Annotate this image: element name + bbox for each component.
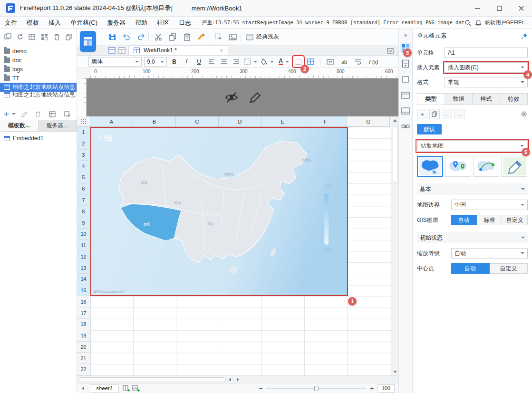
zoom-slider[interactable] (266, 388, 366, 389)
tree-item[interactable]: 地图之北京地铁站点信息 (0, 92, 77, 97)
column-header[interactable]: B (133, 116, 176, 127)
scroll-down-icon[interactable] (391, 368, 399, 375)
new-report-icon[interactable] (108, 47, 116, 54)
floating-element-pane-icon[interactable] (400, 74, 411, 85)
row-header[interactable]: 8 (77, 206, 90, 217)
move-left-icon[interactable]: ← (442, 109, 452, 119)
row-header[interactable]: 14 (77, 274, 90, 285)
horizontal-scrollbar[interactable] (77, 375, 398, 383)
drill-point-map-thumbnail[interactable] (445, 156, 471, 177)
gis-layer-option[interactable]: 自动 (451, 215, 477, 225)
tree-item[interactable]: doc (0, 56, 77, 65)
drill-flow-map-thumbnail[interactable] (473, 156, 499, 177)
save-button[interactable] (106, 31, 118, 43)
maximize-button[interactable] (488, 0, 510, 16)
delete-dataset-icon[interactable] (33, 108, 43, 120)
edit-pencil-icon[interactable] (249, 91, 261, 104)
column-header[interactable]: A (90, 116, 133, 127)
row-header[interactable]: 1 (77, 127, 90, 138)
cell-border-highlight-button[interactable]: 2 (293, 57, 303, 67)
fill-color-button[interactable] (260, 57, 274, 67)
new-template-icon[interactable] (4, 31, 12, 43)
chart-config-tab[interactable]: 特效 (500, 94, 527, 105)
cut-icon[interactable] (153, 31, 164, 43)
menu-item[interactable]: 服务器 (102, 17, 130, 29)
tab-close-icon[interactable]: × (220, 48, 223, 53)
underline-button[interactable]: U (194, 57, 204, 67)
vertical-scrollbar[interactable] (391, 116, 398, 375)
custom-map-thumbnail[interactable] (501, 156, 527, 177)
chart-config-tab[interactable]: 数据 (445, 94, 473, 105)
row-header[interactable]: 16 (77, 296, 90, 307)
menu-item[interactable]: 日志 (174, 17, 196, 29)
copy-chart-icon[interactable] (429, 109, 440, 119)
tree-item[interactable]: demo (0, 47, 77, 56)
condition-list-pane-icon[interactable] (400, 105, 411, 116)
text-control-button[interactable]: ab (339, 57, 350, 67)
dataset-settings-icon[interactable] (62, 108, 73, 120)
workbook-tab[interactable]: WorkBook1 * × (128, 45, 228, 55)
plugin-icon[interactable] (40, 31, 48, 43)
copy-icon[interactable] (167, 31, 178, 43)
dataset-tab[interactable]: 模板数... (0, 120, 39, 131)
default-chart-button[interactable]: 默认 (417, 124, 442, 134)
menu-item[interactable]: 帮助 (130, 17, 152, 29)
column-header[interactable]: E (261, 116, 304, 127)
add-chart-icon[interactable]: + (417, 109, 427, 119)
close-button[interactable] (510, 0, 532, 16)
zoom-in-button[interactable]: + (370, 385, 374, 392)
chart-type-select[interactable]: 钻取地图 5 (417, 140, 528, 152)
formula-button[interactable]: F(x) (366, 57, 381, 67)
image-tool-icon[interactable] (227, 31, 239, 43)
delete-icon[interactable] (53, 31, 61, 43)
menu-item[interactable]: 社区 (152, 17, 174, 29)
dataset-tab[interactable]: 服务器... (39, 120, 77, 131)
font-color-button[interactable]: A (277, 57, 291, 67)
new-form-icon[interactable] (118, 47, 126, 54)
cell-ref-input[interactable]: A1 (445, 48, 528, 58)
undo-button[interactable] (121, 31, 132, 43)
parameter-pane[interactable] (87, 78, 398, 116)
dataset-item[interactable]: Embedded1 (4, 135, 73, 142)
chart-settings-gear-icon[interactable] (520, 110, 528, 118)
prev-sheet-icon[interactable] (79, 384, 87, 392)
merge-cells-button[interactable] (325, 57, 336, 67)
italic-button[interactable]: I (182, 57, 192, 67)
scroll-up-icon[interactable] (391, 116, 399, 124)
logged-in-user[interactable]: 帆软用户GEFfFt… (485, 19, 528, 26)
drill-area-map-thumbnail[interactable] (417, 156, 443, 177)
select-all-corner[interactable] (77, 116, 90, 127)
widget-library-pane-icon[interactable] (400, 90, 411, 100)
zoom-out-button[interactable]: − (259, 385, 263, 392)
row-header[interactable]: 22 (77, 364, 90, 375)
tree-item[interactable]: logs (0, 65, 77, 74)
dataset-preview-icon[interactable] (47, 108, 58, 120)
cell-attribute-pane-icon[interactable] (400, 58, 411, 69)
cell-element-pane-icon[interactable]: 3 (400, 43, 411, 53)
format-select[interactable]: 常规 (445, 77, 528, 87)
add-chart-sheet-icon[interactable] (131, 384, 141, 393)
gis-layer-option[interactable]: 自定义 (502, 215, 528, 225)
center-point-option[interactable]: 自动 (451, 263, 490, 274)
chart-config-tab[interactable]: 样式 (473, 94, 500, 105)
row-header[interactable]: 5 (77, 172, 90, 183)
column-header[interactable]: D (219, 116, 261, 127)
font-size-select[interactable]: 9.0 (144, 57, 167, 67)
menu-item[interactable]: 单元格(C) (66, 17, 102, 29)
insert-element-select[interactable]: 插入图表(C) 4 (445, 62, 528, 73)
row-header[interactable]: 7 (77, 195, 90, 206)
sheet-tab[interactable]: sheet1 (90, 384, 119, 393)
refresh-icon[interactable] (16, 31, 24, 43)
add-grid-sheet-icon[interactable] (122, 384, 131, 393)
add-dataset-icon[interactable] (3, 108, 16, 120)
initial-state-section-header[interactable]: 初始状态 (417, 232, 528, 243)
menu-item[interactable]: 文件 (0, 17, 22, 29)
align-center-button[interactable] (219, 57, 229, 67)
bold-button[interactable]: B (169, 57, 179, 67)
row-header[interactable]: 20 (77, 342, 90, 353)
row-header[interactable]: 4 (77, 161, 90, 172)
row-header[interactable]: 11 (77, 240, 90, 251)
center-point-option[interactable]: 自定义 (490, 263, 528, 274)
row-header[interactable]: 19 (77, 330, 90, 342)
row-header[interactable]: 18 (77, 319, 90, 330)
